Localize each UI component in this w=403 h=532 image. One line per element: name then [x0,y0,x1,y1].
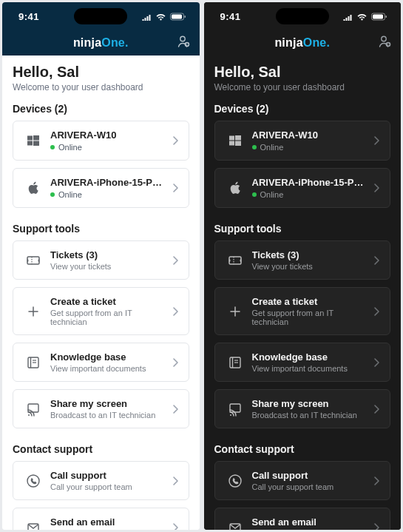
apple-icon [228,181,242,195]
status-dot-icon [252,145,257,149]
ticket-icon [228,253,243,268]
profile-settings-button[interactable] [176,34,191,52]
device-card[interactable]: ARIVERA-iPhone-15-Pro-Max... Online [214,168,391,208]
windows-icon [228,134,243,147]
send-email-card[interactable]: Send an email Contact support via email [13,508,189,530]
support-section-title: Support tools [13,223,189,235]
support-section-title: Support tools [214,223,391,235]
chevron-right-icon [169,521,181,531]
phone-icon [228,474,243,488]
status-bar: 9:41 [204,2,402,30]
chevron-right-icon [370,356,382,369]
share-screen-card[interactable]: Share my screen Broadcast to an IT techn… [214,389,391,428]
phone-icon [26,474,41,488]
chevron-right-icon [169,474,181,488]
app-header: ninjaOne. [204,30,402,55]
card-subtitle: View important documents [252,364,367,373]
wifi-icon [155,12,166,21]
chevron-right-icon [370,521,382,531]
profile-settings-button[interactable] [377,34,392,52]
device-card[interactable]: ARIVERA-W10 Online [214,121,391,161]
status-dot-icon [50,192,55,197]
card-title: Knowledge base [252,351,367,363]
chevron-right-icon [370,181,382,195]
device-name: ARIVERA-W10 [252,129,367,141]
device-name: ARIVERA-iPhone-15-Pro-Max... [50,177,165,188]
device-name: ARIVERA-iPhone-15-Pro-Max... [252,177,367,188]
send-email-card[interactable]: Send an email Contact support via email [214,508,391,530]
plus-icon [26,304,41,319]
tickets-card[interactable]: Tickets (3) View your tickets [214,240,391,280]
chevron-right-icon [370,134,382,147]
status-icons [141,12,186,21]
status-dot-icon [50,145,55,149]
card-title: Call support [50,470,165,481]
signal-icon [141,13,152,21]
app-header: ninjaOne. [2,30,200,55]
chevron-right-icon [169,134,181,147]
card-title: Create a ticket [252,296,367,307]
cast-icon [26,401,41,417]
apple-icon [27,181,40,195]
card-subtitle: Broadcast to an IT technician [252,411,367,420]
share-screen-card[interactable]: Share my screen Broadcast to an IT techn… [13,389,189,428]
plus-icon [228,304,243,319]
device-card[interactable]: ARIVERA-W10 Online [13,121,189,161]
card-subtitle: Call your support team [50,482,165,491]
dynamic-island [276,8,329,24]
create-ticket-card[interactable]: Create a ticket Get support from an IT t… [214,287,391,335]
card-subtitle: Call your support team [252,482,367,491]
device-name: ARIVERA-W10 [50,129,165,141]
contact-section-title: Contact support [13,443,189,455]
phone-light: 9:41 ninjaOne. Hello, Sal Welcome to you… [2,2,200,530]
card-title: Share my screen [252,398,367,409]
card-title: Tickets (3) [50,249,165,260]
greeting-subtitle: Welcome to your user dashboard [214,82,391,92]
card-subtitle: Contact support via email [252,529,367,530]
status-icons [342,12,387,21]
chevron-right-icon [370,305,382,318]
brand-logo: ninjaOne. [274,36,330,50]
call-support-card[interactable]: Call support Call your support team [214,461,391,500]
dashboard-content: Hello, Sal Welcome to your user dashboar… [204,55,402,530]
card-subtitle: Get support from an IT technician [252,309,367,326]
wifi-icon [356,12,368,21]
status-bar: 9:41 [2,2,200,30]
card-title: Send an email [50,516,165,528]
card-subtitle: View your tickets [252,262,367,271]
greeting-title: Hello, Sal [214,64,391,81]
card-title: Send an email [252,516,367,528]
book-icon [26,355,41,370]
device-card[interactable]: ARIVERA-iPhone-15-Pro-Max... Online [13,168,189,208]
chevron-right-icon [169,305,181,318]
profile-gear-icon [377,34,392,49]
mail-icon [26,520,41,531]
battery-icon [170,13,186,21]
card-title: Share my screen [50,398,165,409]
signal-icon [342,13,353,21]
chevron-right-icon [169,254,181,267]
card-title: Call support [252,470,367,481]
card-title: Tickets (3) [252,249,367,260]
greeting-subtitle: Welcome to your user dashboard [13,82,189,92]
card-subtitle: Contact support via email [50,529,165,530]
cast-icon [228,401,243,417]
device-status: Online [260,190,284,199]
tickets-card[interactable]: Tickets (3) View your tickets [13,240,189,280]
chevron-right-icon [370,403,382,416]
status-dot-icon [252,192,257,197]
windows-icon [26,134,41,147]
chevron-right-icon [370,254,382,267]
knowledge-base-card[interactable]: Knowledge base View important documents [214,343,391,382]
card-title: Create a ticket [50,296,165,307]
chevron-right-icon [169,356,181,369]
profile-gear-icon [176,34,191,49]
device-status: Online [58,190,82,199]
create-ticket-card[interactable]: Create a ticket Get support from an IT t… [13,287,189,335]
greeting-title: Hello, Sal [13,64,189,81]
chevron-right-icon [169,181,181,195]
call-support-card[interactable]: Call support Call your support team [13,461,189,500]
knowledge-base-card[interactable]: Knowledge base View important documents [13,343,189,382]
battery-icon [371,13,387,21]
devices-section-title: Devices (2) [214,103,391,115]
